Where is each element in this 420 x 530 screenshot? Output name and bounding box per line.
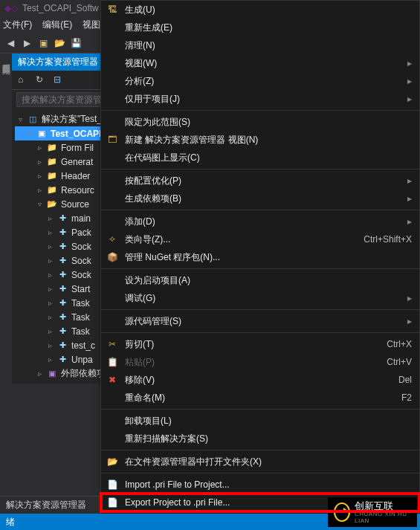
- context-menu: 🏗生成(U) 重新生成(E) 清理(N) 视图(W)▸ 分析(Z)▸ 仅用于项目…: [100, 0, 420, 530]
- paste-icon: 📋: [104, 356, 120, 368]
- separator: [101, 450, 419, 450]
- menu-edit[interactable]: 编辑(E): [42, 19, 72, 31]
- collapse-icon[interactable]: ⊟: [54, 74, 65, 86]
- ctx-open-folder[interactable]: 📂在文件资源管理器中打开文件夹(X): [101, 453, 419, 471]
- cpp-icon: ✚: [56, 355, 68, 365]
- separator: [101, 473, 419, 474]
- nuget-icon: 📦: [104, 251, 120, 263]
- submenu-arrow-icon: ▸: [407, 94, 412, 104]
- project-icon: ▣: [36, 129, 48, 139]
- ctx-debug[interactable]: 调试(G)▸: [101, 289, 419, 307]
- ctx-rebuild[interactable]: 重新生成(E): [101, 19, 419, 36]
- wizard-icon: ✧: [104, 233, 120, 245]
- solution-icon: ◫: [27, 114, 39, 125]
- status-text: 绪: [6, 516, 15, 529]
- menu-file[interactable]: 文件(F): [3, 19, 32, 31]
- cpp-icon: ✚: [56, 312, 68, 323]
- home-icon[interactable]: ⌂: [18, 74, 30, 86]
- ctx-import-pri[interactable]: 📄Import .pri File to Project...: [101, 476, 419, 494]
- folder-icon: 📁: [46, 157, 58, 167]
- cut-icon: ✂: [104, 338, 120, 350]
- explorer-icon: 🗔: [104, 134, 120, 146]
- cpp-icon: ✚: [56, 270, 68, 280]
- logo-subtext: CHUANG XIN HU LIAN: [355, 511, 411, 524]
- import-icon: 📄: [104, 479, 120, 491]
- folder-icon: 📁: [46, 143, 58, 153]
- folder-open-icon: 📂: [104, 456, 120, 468]
- ctx-clean[interactable]: 清理(N): [101, 36, 419, 54]
- folder-icon: 📁: [46, 171, 58, 181]
- cpp-icon: ✚: [56, 227, 68, 238]
- ctx-dependencies[interactable]: 生成依赖项(B)▸: [101, 190, 419, 207]
- submenu-arrow-icon: ▸: [407, 216, 412, 227]
- cpp-icon: ✚: [56, 326, 68, 337]
- ctx-view[interactable]: 视图(W)▸: [101, 54, 419, 72]
- cpp-icon: ✚: [56, 340, 68, 351]
- ctx-build[interactable]: 🏗生成(U): [101, 1, 419, 19]
- ctx-cut[interactable]: ✂剪切(T)Ctrl+X: [101, 335, 419, 353]
- ctx-rescan[interactable]: 重新扫描解决方案(S): [101, 430, 419, 447]
- vs-icon: ◆◇: [4, 3, 18, 13]
- forward-icon[interactable]: ▶: [21, 37, 33, 49]
- panel-tab[interactable]: 解决方案资源管理器: [0, 496, 100, 514]
- ctx-scope[interactable]: 限定为此范围(S): [101, 113, 419, 131]
- ref-icon: ▣: [46, 369, 58, 379]
- window-title: Test_OCAPI_Softw: [22, 3, 99, 13]
- submenu-arrow-icon: ▸: [407, 316, 412, 326]
- submenu-arrow-icon: ▸: [407, 193, 412, 204]
- submenu-arrow-icon: ▸: [407, 293, 412, 303]
- ctx-add[interactable]: 添加(D)▸: [101, 213, 419, 230]
- separator: [101, 169, 419, 169]
- build-icon: 🏗: [104, 4, 120, 16]
- ctx-rename[interactable]: 重命名(M)F2: [101, 389, 419, 407]
- ctx-paste: 📋粘贴(P)Ctrl+V: [101, 353, 419, 371]
- ctx-codemap[interactable]: 在代码图上显示(C): [101, 149, 419, 167]
- ctx-class-wizard[interactable]: ✧类向导(Z)...Ctrl+Shift+X: [101, 230, 419, 248]
- submenu-arrow-icon: ▸: [407, 58, 412, 68]
- back-icon[interactable]: ◀: [4, 37, 16, 49]
- separator: [101, 210, 419, 210]
- ctx-source-control[interactable]: 源代码管理(S)▸: [101, 312, 419, 330]
- cpp-icon: ✚: [56, 213, 68, 224]
- ctx-nuget[interactable]: 📦管理 NuGet 程序包(N)...: [101, 248, 419, 266]
- sync-icon[interactable]: ↻: [36, 74, 48, 86]
- ctx-export-pri[interactable]: 📄Export Project to .pri File...: [101, 494, 419, 511]
- folder-icon: 📁: [46, 185, 58, 195]
- save-icon[interactable]: 💾: [70, 37, 82, 49]
- cpp-icon: ✚: [56, 242, 68, 252]
- left-toolstrip[interactable]: 服务器资源管理器 工具箱: [0, 54, 12, 210]
- cpp-icon: ✚: [56, 284, 68, 294]
- ctx-analyze[interactable]: 分析(Z)▸: [101, 72, 419, 90]
- ctx-remove[interactable]: ✖移除(V)Del: [101, 371, 419, 389]
- cpp-icon: ✚: [56, 298, 68, 308]
- submenu-arrow-icon: ▸: [407, 76, 412, 86]
- separator: [101, 309, 419, 310]
- menu-view[interactable]: 视图: [83, 19, 100, 31]
- separator: [101, 332, 419, 333]
- new-icon[interactable]: ▣: [37, 37, 49, 49]
- separator: [101, 110, 419, 111]
- ctx-project-only[interactable]: 仅用于项目(J)▸: [101, 90, 419, 108]
- folder-icon: 📂: [46, 199, 58, 210]
- ctx-new-explorer[interactable]: 🗔新建 解决方案资源管理器 视图(N): [101, 131, 419, 149]
- ctx-optimize[interactable]: 按配置优化(P)▸: [101, 172, 419, 190]
- separator: [101, 409, 419, 410]
- remove-icon: ✖: [104, 374, 120, 386]
- ctx-unload[interactable]: 卸载项目(L): [101, 412, 419, 430]
- cpp-icon: ✚: [56, 256, 68, 266]
- ctx-startup[interactable]: 设为启动项目(A): [101, 271, 419, 289]
- export-icon: 📄: [104, 497, 120, 508]
- open-icon[interactable]: 📂: [54, 37, 65, 49]
- separator: [101, 268, 419, 269]
- submenu-arrow-icon: ▸: [407, 175, 412, 186]
